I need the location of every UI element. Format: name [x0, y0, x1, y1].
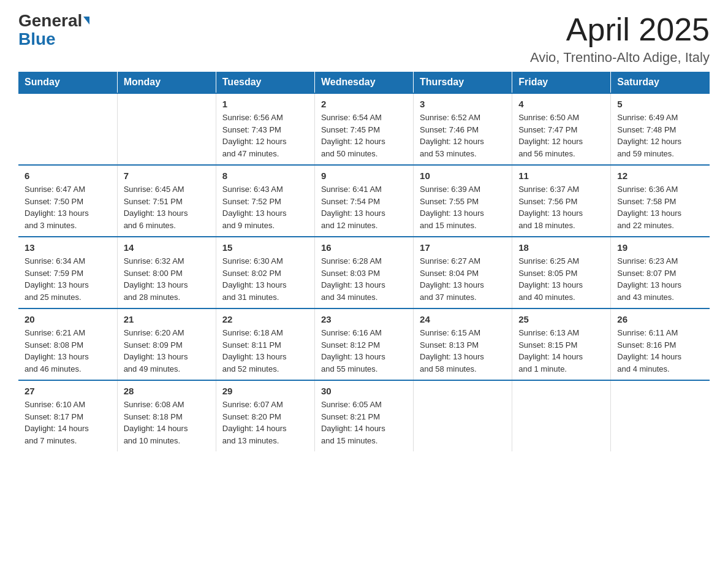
logo-bottom-line: Blue [18, 29, 56, 49]
day-number: 23 [321, 314, 407, 324]
location-subtitle: Avio, Trentino-Alto Adige, Italy [530, 50, 710, 66]
weekday-header-row: SundayMondayTuesdayWednesdayThursdayFrid… [18, 72, 710, 93]
calendar-cell: 8Sunrise: 6:43 AMSunset: 7:52 PMDaylight… [216, 165, 314, 237]
day-number: 27 [25, 386, 111, 396]
day-info: Sunrise: 6:27 AMSunset: 8:04 PMDaylight:… [420, 255, 506, 303]
calendar-cell: 5Sunrise: 6:49 AMSunset: 7:48 PMDaylight… [611, 93, 710, 165]
day-info: Sunrise: 6:21 AMSunset: 8:08 PMDaylight:… [25, 327, 111, 375]
day-number: 17 [420, 242, 506, 253]
day-number: 28 [124, 386, 210, 396]
day-info: Sunrise: 6:37 AMSunset: 7:56 PMDaylight:… [518, 183, 604, 231]
calendar-cell: 6Sunrise: 6:47 AMSunset: 7:50 PMDaylight… [18, 165, 117, 237]
day-number: 19 [617, 242, 703, 253]
day-number: 21 [124, 314, 210, 324]
day-info: Sunrise: 6:13 AMSunset: 8:15 PMDaylight:… [518, 327, 604, 375]
calendar-cell: 3Sunrise: 6:52 AMSunset: 7:46 PMDaylight… [414, 93, 512, 165]
day-info: Sunrise: 6:08 AMSunset: 8:18 PMDaylight:… [124, 399, 210, 446]
day-number: 12 [617, 170, 703, 181]
day-number: 13 [25, 242, 111, 253]
day-info: Sunrise: 6:52 AMSunset: 7:46 PMDaylight:… [420, 112, 506, 159]
logo-general-text: General [18, 11, 89, 30]
weekday-header-thursday: Thursday [414, 72, 512, 93]
logo-triangle-icon [83, 17, 89, 25]
day-info: Sunrise: 6:49 AMSunset: 7:48 PMDaylight:… [617, 112, 703, 159]
weekday-header-wednesday: Wednesday [314, 72, 413, 93]
day-info: Sunrise: 6:30 AMSunset: 8:02 PMDaylight:… [222, 255, 308, 303]
day-info: Sunrise: 6:18 AMSunset: 8:11 PMDaylight:… [222, 327, 308, 375]
day-info: Sunrise: 6:20 AMSunset: 8:09 PMDaylight:… [124, 327, 210, 375]
calendar-cell: 11Sunrise: 6:37 AMSunset: 7:56 PMDayligh… [512, 165, 611, 237]
day-number: 5 [617, 99, 703, 109]
day-info: Sunrise: 6:47 AMSunset: 7:50 PMDaylight:… [25, 183, 111, 231]
calendar-cell: 30Sunrise: 6:05 AMSunset: 8:21 PMDayligh… [314, 380, 413, 451]
day-number: 16 [321, 242, 407, 253]
day-number: 20 [25, 314, 111, 324]
day-number: 4 [518, 99, 604, 109]
day-number: 7 [124, 170, 210, 181]
day-info: Sunrise: 6:54 AMSunset: 7:45 PMDaylight:… [321, 112, 407, 159]
day-number: 24 [420, 314, 506, 324]
calendar-cell: 13Sunrise: 6:34 AMSunset: 7:59 PMDayligh… [18, 237, 117, 308]
calendar-cell: 18Sunrise: 6:25 AMSunset: 8:05 PMDayligh… [512, 237, 611, 308]
page-header: General Blue April 2025 Avio, Trentino-A… [18, 12, 710, 66]
calendar-week-row: 1Sunrise: 6:56 AMSunset: 7:43 PMDaylight… [18, 93, 710, 165]
day-info: Sunrise: 6:43 AMSunset: 7:52 PMDaylight:… [222, 183, 308, 231]
calendar-cell: 4Sunrise: 6:50 AMSunset: 7:47 PMDaylight… [512, 93, 611, 165]
day-number: 1 [222, 99, 308, 109]
calendar-cell: 7Sunrise: 6:45 AMSunset: 7:51 PMDaylight… [117, 165, 216, 237]
calendar-body: 1Sunrise: 6:56 AMSunset: 7:43 PMDaylight… [18, 93, 710, 451]
weekday-header-monday: Monday [117, 72, 216, 93]
day-info: Sunrise: 6:28 AMSunset: 8:03 PMDaylight:… [321, 255, 407, 303]
day-number: 15 [222, 242, 308, 253]
day-info: Sunrise: 6:15 AMSunset: 8:13 PMDaylight:… [420, 327, 506, 375]
calendar-cell: 15Sunrise: 6:30 AMSunset: 8:02 PMDayligh… [216, 237, 314, 308]
calendar-cell [117, 93, 216, 165]
day-info: Sunrise: 6:50 AMSunset: 7:47 PMDaylight:… [518, 112, 604, 159]
calendar-cell: 24Sunrise: 6:15 AMSunset: 8:13 PMDayligh… [414, 308, 512, 380]
main-title: April 2025 [530, 12, 710, 47]
day-info: Sunrise: 6:10 AMSunset: 8:17 PMDaylight:… [25, 399, 111, 446]
day-number: 14 [124, 242, 210, 253]
day-number: 9 [321, 170, 407, 181]
day-info: Sunrise: 6:16 AMSunset: 8:12 PMDaylight:… [321, 327, 407, 375]
calendar-cell: 14Sunrise: 6:32 AMSunset: 8:00 PMDayligh… [117, 237, 216, 308]
weekday-header-saturday: Saturday [611, 72, 710, 93]
day-number: 22 [222, 314, 308, 324]
calendar-cell: 27Sunrise: 6:10 AMSunset: 8:17 PMDayligh… [18, 380, 117, 451]
weekday-header-tuesday: Tuesday [216, 72, 314, 93]
calendar-cell: 12Sunrise: 6:36 AMSunset: 7:58 PMDayligh… [611, 165, 710, 237]
calendar-week-row: 6Sunrise: 6:47 AMSunset: 7:50 PMDaylight… [18, 165, 710, 237]
calendar-cell: 17Sunrise: 6:27 AMSunset: 8:04 PMDayligh… [414, 237, 512, 308]
day-info: Sunrise: 6:23 AMSunset: 8:07 PMDaylight:… [617, 255, 703, 303]
calendar-cell: 1Sunrise: 6:56 AMSunset: 7:43 PMDaylight… [216, 93, 314, 165]
calendar-cell: 22Sunrise: 6:18 AMSunset: 8:11 PMDayligh… [216, 308, 314, 380]
day-info: Sunrise: 6:36 AMSunset: 7:58 PMDaylight:… [617, 183, 703, 231]
day-number: 11 [518, 170, 604, 181]
calendar-cell [414, 380, 512, 451]
calendar-header: SundayMondayTuesdayWednesdayThursdayFrid… [18, 72, 710, 93]
calendar-week-row: 27Sunrise: 6:10 AMSunset: 8:17 PMDayligh… [18, 380, 710, 451]
title-section: April 2025 Avio, Trentino-Alto Adige, It… [530, 12, 710, 66]
day-info: Sunrise: 6:32 AMSunset: 8:00 PMDaylight:… [124, 255, 210, 303]
day-info: Sunrise: 6:45 AMSunset: 7:51 PMDaylight:… [124, 183, 210, 231]
logo-top-line: General [18, 12, 89, 29]
day-number: 18 [518, 242, 604, 253]
day-number: 29 [222, 386, 308, 396]
calendar-cell: 25Sunrise: 6:13 AMSunset: 8:15 PMDayligh… [512, 308, 611, 380]
day-number: 30 [321, 386, 407, 396]
calendar-cell [512, 380, 611, 451]
day-number: 8 [222, 170, 308, 181]
calendar-cell: 21Sunrise: 6:20 AMSunset: 8:09 PMDayligh… [117, 308, 216, 380]
day-info: Sunrise: 6:07 AMSunset: 8:20 PMDaylight:… [222, 399, 308, 446]
logo: General Blue [18, 12, 89, 49]
day-number: 2 [321, 99, 407, 109]
day-number: 26 [617, 314, 703, 324]
calendar-cell: 29Sunrise: 6:07 AMSunset: 8:20 PMDayligh… [216, 380, 314, 451]
day-number: 6 [25, 170, 111, 181]
calendar-table: SundayMondayTuesdayWednesdayThursdayFrid… [18, 72, 710, 451]
calendar-cell [18, 93, 117, 165]
calendar-cell: 16Sunrise: 6:28 AMSunset: 8:03 PMDayligh… [314, 237, 413, 308]
calendar-cell: 26Sunrise: 6:11 AMSunset: 8:16 PMDayligh… [611, 308, 710, 380]
day-info: Sunrise: 6:25 AMSunset: 8:05 PMDaylight:… [518, 255, 604, 303]
day-number: 25 [518, 314, 604, 324]
